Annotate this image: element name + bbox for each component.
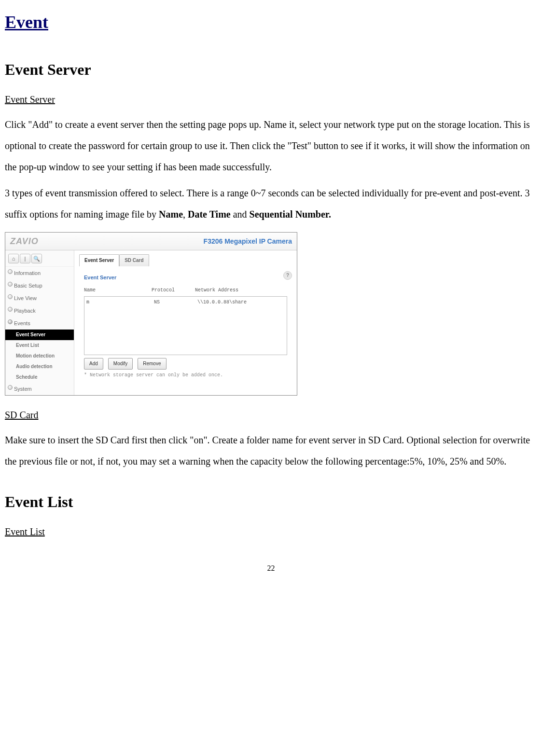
col-address: Network Address <box>195 286 287 295</box>
pane-title: Event Server <box>84 272 116 283</box>
event-server-para2: 3 types of event transmission offered to… <box>5 182 537 225</box>
sidebar-sub-schedule[interactable]: Schedule <box>5 372 74 383</box>
event-server-heading: Event Server <box>5 54 537 85</box>
cell-protocol: NS <box>154 298 197 307</box>
add-button[interactable]: Add <box>84 358 103 370</box>
content-pane: Event Server SD Card ? Event Server Name… <box>74 250 297 395</box>
tab-sd-card[interactable]: SD Card <box>119 254 149 266</box>
camera-model-title: F3206 Megapixel IP Camera <box>204 234 292 248</box>
sep1: , <box>183 209 188 220</box>
sd-card-subtitle: SD Card <box>5 405 537 425</box>
server-table: Name Protocol Network Address m NS \\10.… <box>84 285 287 355</box>
home-icon[interactable]: ⌂ <box>8 254 19 263</box>
table-header: Name Protocol Network Address <box>84 285 287 296</box>
event-server-para1: Click "Add" to create a event server the… <box>5 114 537 178</box>
event-server-subtitle: Event Server <box>5 90 537 109</box>
sidebar-sub-event-list[interactable]: Event List <box>5 340 74 351</box>
ui-topbar: ZAVIO F3206 Megapixel IP Camera <box>5 233 297 250</box>
sidebar-item-basic-setup[interactable]: Basic Setup <box>5 279 74 292</box>
separator-icon[interactable]: | <box>20 254 30 263</box>
page-title-link[interactable]: Event <box>5 5 537 40</box>
sidebar-sub-motion[interactable]: Motion detection <box>5 351 74 361</box>
button-row: Add Modify Remove <box>84 358 287 370</box>
cell-name: m <box>86 298 154 307</box>
zavio-logo: ZAVIO <box>10 233 39 250</box>
sidebar-item-playback[interactable]: Playback <box>5 304 74 317</box>
sidebar-sub-audio[interactable]: Audio detection <box>5 361 74 372</box>
remove-button[interactable]: Remove <box>138 358 166 370</box>
tab-event-server[interactable]: Event Server <box>79 254 119 266</box>
table-row[interactable]: m NS \\10.0.0.88\share <box>84 297 287 308</box>
sep2: and <box>231 209 250 220</box>
table-body[interactable]: m NS \\10.0.0.88\share <box>84 296 287 355</box>
event-list-subtitle: Event List <box>5 522 537 541</box>
sidebar-item-information[interactable]: Information <box>5 267 74 279</box>
sd-card-para: Make sure to insert the SD Card first th… <box>5 429 537 472</box>
bold-datetime: Date Time <box>188 209 231 220</box>
help-icon[interactable]: ? <box>283 271 292 280</box>
sidebar: ⌂ | 🔍 Information Basic Setup Live View … <box>5 250 74 395</box>
cell-address: \\10.0.0.88\share <box>197 298 285 307</box>
event-list-heading: Event List <box>5 486 537 517</box>
bold-seqnum: Sequential Number. <box>250 209 331 220</box>
modify-button[interactable]: Modify <box>108 358 133 370</box>
sidebar-item-system[interactable]: System <box>5 383 74 395</box>
sidebar-item-live-view[interactable]: Live View <box>5 292 74 304</box>
page-number: 22 <box>5 561 537 576</box>
search-icon[interactable]: 🔍 <box>31 254 42 263</box>
tabs: Event Server SD Card <box>79 254 292 266</box>
footnote: * Network storage server can only be add… <box>84 371 287 380</box>
camera-ui-screenshot: ZAVIO F3206 Megapixel IP Camera ⌂ | 🔍 In… <box>5 232 297 396</box>
bold-name: Name <box>159 209 183 220</box>
col-protocol: Protocol <box>152 286 195 295</box>
sidebar-item-events[interactable]: Events <box>5 317 74 330</box>
sidebar-sub-event-server[interactable]: Event Server <box>5 330 74 340</box>
col-name: Name <box>84 286 152 295</box>
sidebar-toolbar: ⌂ | 🔍 <box>5 252 74 267</box>
